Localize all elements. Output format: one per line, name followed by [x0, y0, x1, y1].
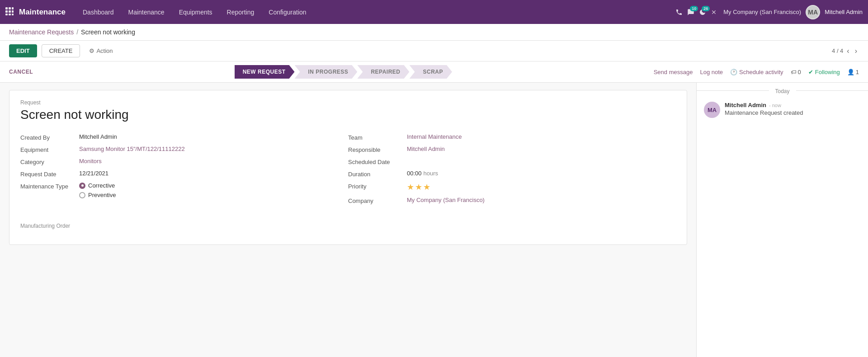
- preventive-option[interactable]: Preventive: [79, 192, 116, 198]
- star-2[interactable]: ★: [415, 182, 422, 192]
- pagination-text: 4 / 4: [832, 47, 843, 54]
- company-value[interactable]: My Company (San Francisco): [407, 197, 485, 203]
- equipment-row: Equipment Samsung Monitor 15"/MT/122/111…: [20, 143, 348, 155]
- edit-button[interactable]: EDIT: [9, 44, 37, 57]
- scheduled-date-row: Scheduled Date: [348, 155, 676, 168]
- category-row: Category Monitors: [20, 155, 348, 168]
- team-value[interactable]: Internal Maintenance: [407, 133, 462, 140]
- svg-rect-6: [5, 14, 8, 15]
- preventive-radio[interactable]: [79, 192, 85, 198]
- top-right-icons: 10 26 My Company (San Francisco) MA Mitc…: [675, 5, 863, 19]
- breadcrumb-separator: /: [76, 28, 78, 36]
- schedule-activity-button[interactable]: 🕐 Schedule activity: [730, 69, 783, 75]
- grid-menu-icon[interactable]: [5, 7, 14, 17]
- responsible-label: Responsible: [348, 146, 407, 153]
- chatter-panel: Today MA Mitchell Admin - now Maintenanc…: [696, 83, 868, 357]
- next-page-button[interactable]: ›: [853, 46, 859, 56]
- toolbar: EDIT CREATE ⚙ Action 4 / 4 ‹ ›: [0, 41, 868, 61]
- svg-rect-2: [12, 7, 14, 9]
- action-button[interactable]: ⚙ Action: [85, 45, 117, 57]
- following-badge[interactable]: ✔ Following: [808, 69, 840, 75]
- right-fields: Team Internal Maintenance Responsible Mi…: [348, 131, 676, 207]
- status-pipeline: NEW REQUEST IN PROGRESS REPAIRED SCRAP: [235, 65, 452, 79]
- chat-icon[interactable]: 10: [687, 9, 694, 16]
- nav-maintenance[interactable]: Maintenance: [122, 6, 170, 19]
- responsible-value[interactable]: Mitchell Admin: [407, 146, 445, 152]
- star-1[interactable]: ★: [407, 182, 414, 192]
- star-3[interactable]: ★: [423, 182, 430, 192]
- prev-page-button[interactable]: ‹: [845, 46, 851, 56]
- close-icon[interactable]: [711, 9, 717, 15]
- user-name[interactable]: Mitchell Admin: [825, 9, 863, 15]
- status-repaired[interactable]: REPAIRED: [357, 65, 409, 79]
- chat-header: Mitchell Admin - now: [725, 102, 861, 108]
- cancel-button[interactable]: CANCEL: [9, 69, 33, 75]
- moon-icon[interactable]: 26: [699, 9, 706, 16]
- svg-rect-1: [9, 7, 11, 9]
- breadcrumb: Maintenance Requests / Screen not workin…: [0, 24, 868, 41]
- status-bar: CANCEL NEW REQUEST IN PROGRESS REPAIRED …: [0, 61, 868, 83]
- chat-text: Maintenance Request created: [725, 109, 861, 116]
- nav-configuration[interactable]: Configuration: [262, 6, 312, 19]
- chatter-actions: Send message Log note 🕐 Schedule activit…: [654, 69, 859, 75]
- duration-value[interactable]: 00:00: [407, 170, 422, 177]
- equipment-label: Equipment: [20, 146, 79, 153]
- person-icon: 👤: [847, 69, 854, 75]
- status-new-request[interactable]: NEW REQUEST: [235, 65, 295, 79]
- form-panel: Request Screen not working Created By Mi…: [0, 83, 696, 357]
- chat-time: - now: [769, 103, 781, 108]
- breadcrumb-current: Screen not working: [81, 28, 135, 36]
- team-row: Team Internal Maintenance: [348, 131, 676, 143]
- chatter-message: MA Mitchell Admin - now Maintenance Requ…: [697, 98, 868, 122]
- nav-equipments[interactable]: Equipments: [173, 6, 219, 19]
- corrective-radio[interactable]: [79, 183, 85, 189]
- created-by-row: Created By Mitchell Admin: [20, 131, 348, 143]
- status-in-progress[interactable]: IN PROGRESS: [295, 65, 358, 79]
- form-card: Request Screen not working Created By Mi…: [9, 90, 687, 245]
- created-by-value: Mitchell Admin: [79, 133, 117, 140]
- create-button[interactable]: CREATE: [42, 44, 80, 57]
- corrective-option[interactable]: Corrective: [79, 182, 116, 189]
- status-scrap[interactable]: SCRAP: [410, 65, 453, 79]
- form-type-label: Request: [20, 99, 676, 106]
- phone-icon[interactable]: [675, 9, 683, 16]
- company-row: Company My Company (San Francisco): [348, 194, 676, 207]
- request-date-label: Request Date: [20, 170, 79, 178]
- equipment-value[interactable]: Samsung Monitor 15"/MT/122/11112222: [79, 146, 185, 152]
- form-fields: Created By Mitchell Admin Equipment Sams…: [20, 131, 676, 207]
- maintenance-type-options: Corrective Preventive: [79, 182, 116, 198]
- gear-icon: ⚙: [89, 47, 94, 54]
- nav-menu: Dashboard Maintenance Equipments Reporti…: [76, 6, 675, 19]
- responsible-row: Responsible Mitchell Admin: [348, 143, 676, 155]
- svg-rect-8: [12, 14, 14, 15]
- form-title[interactable]: Screen not working: [20, 108, 676, 122]
- avatar[interactable]: MA: [806, 5, 820, 19]
- manufacturing-label: Manufacturing Order: [20, 216, 676, 231]
- left-fields: Created By Mitchell Admin Equipment Sams…: [20, 131, 348, 207]
- category-label: Category: [20, 158, 79, 165]
- clock-icon: 🕐: [730, 69, 737, 75]
- duration-row: Duration 00:00 hours: [348, 168, 676, 180]
- priority-stars[interactable]: ★ ★ ★: [407, 182, 430, 192]
- svg-rect-5: [12, 10, 14, 13]
- main-content: Request Screen not working Created By Mi…: [0, 83, 868, 357]
- preventive-label: Preventive: [88, 192, 116, 198]
- duration-unit: hours: [424, 170, 439, 177]
- manufacturing-section: Manufacturing Order: [20, 216, 676, 231]
- request-date-value[interactable]: 12/21/2021: [79, 170, 108, 177]
- moon-badge: 26: [702, 6, 710, 11]
- send-message-button[interactable]: Send message: [654, 69, 693, 75]
- nav-dashboard[interactable]: Dashboard: [76, 6, 120, 19]
- check-icon: ✔: [808, 69, 813, 75]
- log-note-button[interactable]: Log note: [700, 69, 723, 75]
- breadcrumb-parent[interactable]: Maintenance Requests: [9, 28, 74, 36]
- created-by-label: Created By: [20, 133, 79, 141]
- svg-rect-3: [5, 10, 8, 13]
- nav-reporting[interactable]: Reporting: [221, 6, 261, 19]
- category-value[interactable]: Monitors: [79, 158, 102, 164]
- duration-field: 00:00 hours: [407, 170, 438, 177]
- duration-label: Duration: [348, 170, 407, 178]
- top-nav: Maintenance Dashboard Maintenance Equipm…: [0, 0, 868, 24]
- svg-rect-4: [9, 10, 11, 13]
- svg-rect-7: [9, 14, 11, 15]
